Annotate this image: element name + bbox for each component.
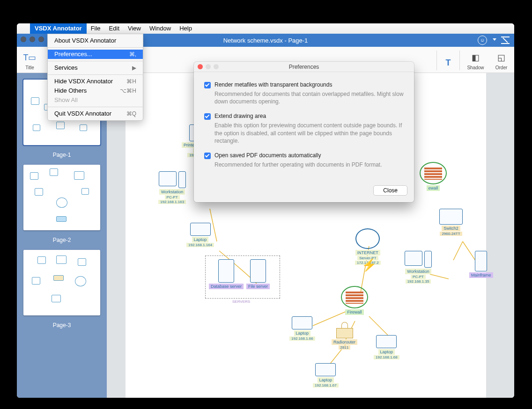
menu-quit[interactable]: Quit VSDX Annotator⌘Q xyxy=(48,109,143,118)
preferences-dialog: Preferences Render metafiles with transp… xyxy=(194,62,414,202)
menu-help[interactable]: Help xyxy=(175,23,196,34)
node-workstation-2[interactable]: WorkstationPC-PT192.168.1.35 xyxy=(405,251,432,284)
feedback-icon[interactable]: ☺ xyxy=(478,36,487,45)
feedback-chevron-icon[interactable] xyxy=(493,38,496,41)
dialog-zoom-icon xyxy=(214,64,219,69)
tool-order[interactable]: ◱Order xyxy=(488,50,514,70)
group-servers-label: SERVERS xyxy=(232,299,250,304)
thumb-page-3[interactable] xyxy=(23,250,100,315)
traffic-lights[interactable] xyxy=(21,37,44,42)
checkbox-checked-icon[interactable] xyxy=(204,113,211,120)
node-laptop-68[interactable]: Laptop192.168.1.68 xyxy=(374,335,399,359)
menu-show-all: Show All xyxy=(48,95,143,105)
menu-services[interactable]: Services▶ xyxy=(48,63,143,73)
thumb-label-3: Page-3 xyxy=(17,322,107,329)
node-db-server[interactable]: Database server xyxy=(209,259,244,289)
menu-hide-others[interactable]: Hide Others⌥⌘H xyxy=(48,86,143,95)
menu-hide[interactable]: Hide VSDX Annotator⌘H xyxy=(48,77,143,86)
pref-open-pdf[interactable]: Open saved PDF documents automatically R… xyxy=(204,152,404,168)
app-menu[interactable]: VSDX Annotator xyxy=(30,23,87,34)
mac-menubar: VSDX Annotator File Edit View Window Hel… xyxy=(17,23,514,34)
zoom-window[interactable] xyxy=(38,37,44,42)
node-laptop-67[interactable]: Laptop192.168.1.67 xyxy=(313,363,339,387)
pref-desc: Recommended for further operating with d… xyxy=(214,161,404,168)
node-file-server[interactable]: File server xyxy=(246,259,270,289)
dialog-close-icon[interactable] xyxy=(198,64,203,69)
page-sidebar[interactable]: Page-1 Page-2 Page-3 xyxy=(17,73,107,398)
pref-desc: Enable this option for previewing docume… xyxy=(214,122,404,145)
pref-render-metafiles[interactable]: Render metafiles with transparent backgr… xyxy=(204,81,404,105)
checkbox-checked-icon[interactable] xyxy=(204,153,211,159)
thumb-label-2: Page-2 xyxy=(17,237,107,243)
lightning-icon: ⚡ xyxy=(362,258,377,272)
menu-preferences[interactable]: Preferences...⌘, xyxy=(48,50,143,59)
close-window[interactable] xyxy=(21,37,26,42)
node-laptop-66[interactable]: Laptop192.168.1.66 xyxy=(289,316,315,341)
window-title: Network scheme.vsdx - Page-1 xyxy=(223,37,308,44)
node-workstation-1[interactable]: WorkstationPC-PT192.168.1.163 xyxy=(158,171,186,204)
menu-edit[interactable]: Edit xyxy=(105,23,124,34)
menu-view[interactable]: View xyxy=(124,23,145,34)
node-mainframe[interactable]: Mainframe xyxy=(469,251,493,278)
menu-file[interactable]: File xyxy=(87,23,105,34)
close-button[interactable]: Close xyxy=(373,185,407,196)
dialog-title: Preferences xyxy=(194,62,414,72)
thumb-label-1: Page-1 xyxy=(17,152,107,158)
app-menu-dropdown: About VSDX Annotator Preferences...⌘, Se… xyxy=(47,34,143,121)
menu-about[interactable]: About VSDX Annotator xyxy=(48,36,143,45)
tool-shadow[interactable]: ◧Shadow xyxy=(463,50,488,70)
tool-title[interactable]: T▭Title xyxy=(17,50,43,70)
pref-desc: Recommended for documents that contain o… xyxy=(214,90,404,105)
dialog-min-icon xyxy=(206,64,211,69)
node-firewall[interactable]: Firewall xyxy=(341,286,368,315)
expand-icon[interactable] xyxy=(501,37,510,44)
node-switch[interactable]: Switch22960-24TT xyxy=(439,209,463,236)
checkbox-checked-icon[interactable] xyxy=(204,82,211,88)
node-laptop-1[interactable]: Laptop192.168.1.164 xyxy=(186,223,214,247)
thumb-page-2[interactable] xyxy=(23,165,100,230)
node-firewall-side[interactable]: ewall xyxy=(420,162,447,191)
menu-window[interactable]: Window xyxy=(145,23,175,34)
node-radiorouter[interactable]: Radiorouter2811 xyxy=(332,328,357,350)
tool-text[interactable]: T xyxy=(440,55,457,70)
pref-extend-area[interactable]: Extend drawing area Enable this option f… xyxy=(204,113,404,145)
minimize-window[interactable] xyxy=(30,37,35,42)
